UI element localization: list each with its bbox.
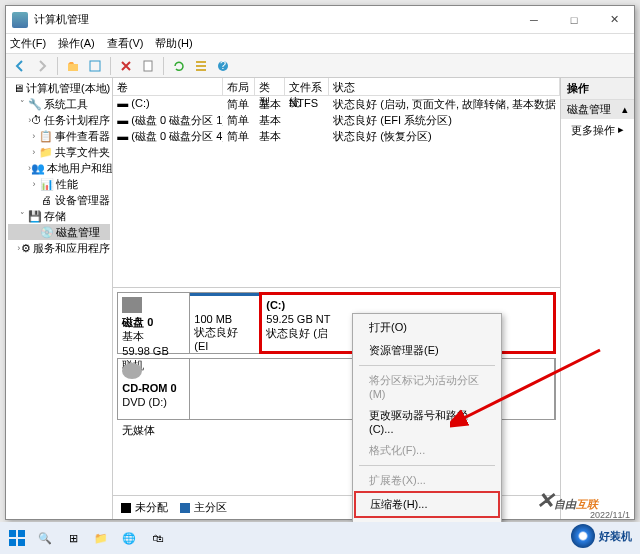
ctx-mark-active: 将分区标记为活动分区(M): [355, 369, 499, 404]
chevron-up-icon: ▴: [622, 103, 628, 116]
menu-help[interactable]: 帮助(H): [155, 36, 192, 51]
nav-tree: 🖥计算机管理(本地) ˅🔧系统工具 ›⏱任务计划程序 ›📋事件查看器 ›📁共享文…: [6, 78, 113, 519]
tree-devmgr[interactable]: 🖨设备管理器: [8, 192, 110, 208]
col-fs[interactable]: 文件系统: [285, 78, 329, 95]
svg-rect-8: [18, 539, 25, 546]
volume-row[interactable]: ▬ (磁盘 0 磁盘分区 4)简单基本状态良好 (恢复分区): [113, 128, 560, 144]
svg-text:?: ?: [220, 59, 226, 71]
start-button[interactable]: [6, 527, 28, 549]
app-icon: [12, 12, 28, 28]
taskview-icon[interactable]: ⊞: [62, 527, 84, 549]
tree-shared[interactable]: ›📁共享文件夹: [8, 144, 110, 160]
tree-root[interactable]: 🖥计算机管理(本地): [8, 80, 110, 96]
properties-button[interactable]: [138, 56, 158, 76]
help-icon[interactable]: ?: [213, 56, 233, 76]
window-title: 计算机管理: [34, 12, 514, 27]
col-layout[interactable]: 布局: [223, 78, 255, 95]
cdrom-icon: [122, 363, 142, 379]
ctx-explorer[interactable]: 资源管理器(E): [355, 339, 499, 362]
tree-systools[interactable]: ˅🔧系统工具: [8, 96, 110, 112]
col-type[interactable]: 类型: [255, 78, 285, 95]
volume-row[interactable]: ▬ (C:)简单基本NTFS状态良好 (启动, 页面文件, 故障转储, 基本数据: [113, 96, 560, 112]
cdrom-header[interactable]: CD-ROM 0 DVD (D:) 无媒体: [118, 359, 190, 419]
menubar: 文件(F) 操作(A) 查看(V) 帮助(H): [6, 34, 634, 54]
svg-rect-0: [90, 61, 100, 71]
titlebar: 计算机管理 ─ □ ✕: [6, 6, 634, 34]
tree-storage[interactable]: ˅💾存储: [8, 208, 110, 224]
more-actions[interactable]: 更多操作▸: [561, 119, 634, 142]
tree-users[interactable]: ›👥本地用户和组: [8, 160, 110, 176]
svg-rect-1: [144, 61, 152, 71]
ctx-open[interactable]: 打开(O): [355, 316, 499, 339]
menu-action[interactable]: 操作(A): [58, 36, 95, 51]
minimize-button[interactable]: ─: [514, 6, 554, 34]
ctx-shrink[interactable]: 压缩卷(H)...: [354, 491, 500, 518]
disk-icon: [122, 297, 142, 313]
store-icon[interactable]: 🛍: [146, 527, 168, 549]
taskbar-date: 2022/11/1: [590, 510, 630, 520]
actions-header: 操作: [561, 78, 634, 100]
list-button[interactable]: [191, 56, 211, 76]
svg-rect-7: [9, 539, 16, 546]
explorer-icon[interactable]: 📁: [90, 527, 112, 549]
x-button[interactable]: [116, 56, 136, 76]
view-button[interactable]: [85, 56, 105, 76]
legend-unallocated: 未分配: [121, 500, 168, 515]
ctx-extend: 扩展卷(X)...: [355, 469, 499, 492]
tree-scheduler[interactable]: ›⏱任务计划程序: [8, 112, 110, 128]
back-button[interactable]: [10, 56, 30, 76]
context-menu: 打开(O) 资源管理器(E) 将分区标记为活动分区(M) 更改驱动器号和路径(C…: [352, 313, 502, 554]
up-button[interactable]: [63, 56, 83, 76]
chevron-right-icon: ▸: [618, 123, 624, 138]
svg-rect-5: [9, 530, 16, 537]
tree-eventviewer[interactable]: ›📋事件查看器: [8, 128, 110, 144]
edge-icon[interactable]: 🌐: [118, 527, 140, 549]
search-icon[interactable]: 🔍: [34, 527, 56, 549]
ctx-change-letter[interactable]: 更改驱动器号和路径(C)...: [355, 404, 499, 439]
ctx-format: 格式化(F)...: [355, 439, 499, 462]
volume-list: 卷 布局 类型 文件系统 状态 ▬ (C:)简单基本NTFS状态良好 (启动, …: [113, 78, 560, 288]
tree-perf[interactable]: ›📊性能: [8, 176, 110, 192]
toolbar: ?: [6, 54, 634, 78]
taskbar: 🔍 ⊞ 📁 🌐 🛍: [0, 522, 640, 554]
actions-section[interactable]: 磁盘管理▴: [561, 100, 634, 119]
col-status[interactable]: 状态: [329, 78, 560, 95]
close-button[interactable]: ✕: [594, 6, 634, 34]
disk-0-header[interactable]: 磁盘 0 基本 59.98 GB 联机: [118, 293, 190, 353]
maximize-button[interactable]: □: [554, 6, 594, 34]
legend-primary: 主分区: [180, 500, 227, 515]
tree-diskmgmt[interactable]: 💿磁盘管理: [8, 224, 110, 240]
tree-services[interactable]: ›⚙服务和应用程序: [8, 240, 110, 256]
refresh-button[interactable]: [169, 56, 189, 76]
volume-row[interactable]: ▬ (磁盘 0 磁盘分区 1)简单基本状态良好 (EFI 系统分区): [113, 112, 560, 128]
actions-pane: 操作 磁盘管理▴ 更多操作▸: [561, 78, 634, 519]
svg-rect-6: [18, 530, 25, 537]
app-window: 计算机管理 ─ □ ✕ 文件(F) 操作(A) 查看(V) 帮助(H) ? 🖥计…: [5, 5, 635, 520]
forward-button[interactable]: [32, 56, 52, 76]
menu-file[interactable]: 文件(F): [10, 36, 46, 51]
grid-header: 卷 布局 类型 文件系统 状态: [113, 78, 560, 96]
partition-efi[interactable]: 100 MB状态良好 (EI: [190, 293, 260, 353]
menu-view[interactable]: 查看(V): [107, 36, 144, 51]
col-volume[interactable]: 卷: [113, 78, 223, 95]
